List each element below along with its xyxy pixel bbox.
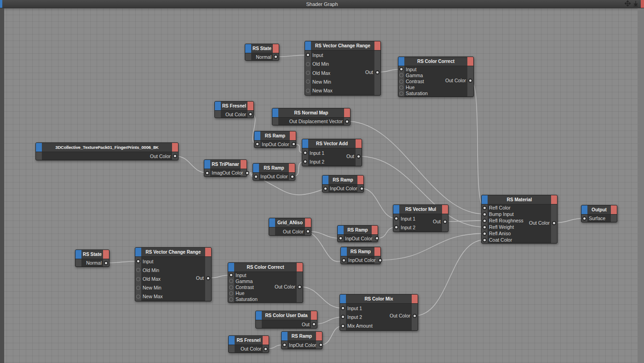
node-collapse-tab[interactable] xyxy=(253,164,259,172)
titlebar[interactable]: Shader Graph xyxy=(0,0,644,8)
node-collapse-tab[interactable] xyxy=(75,250,81,259)
node-collapse-tab[interactable] xyxy=(398,57,404,66)
output-port-Out Color[interactable] xyxy=(378,258,382,262)
move-icon[interactable] xyxy=(625,0,631,6)
output-port-Out Color[interactable] xyxy=(292,142,296,146)
node-collapse-tab[interactable] xyxy=(338,226,344,234)
node-preview-tab[interactable] xyxy=(374,247,380,256)
node-preview-tab[interactable] xyxy=(247,102,253,110)
import-icon[interactable] xyxy=(633,0,638,6)
input-port-Surface[interactable] xyxy=(582,216,586,221)
input-port-Input 1[interactable] xyxy=(394,216,398,221)
node-preview-tab[interactable] xyxy=(290,131,296,140)
node-collapse-tab[interactable] xyxy=(245,44,251,53)
output-port-Out Displacement Vector[interactable] xyxy=(345,119,349,124)
node-preview-tab[interactable] xyxy=(273,44,279,53)
output-port-Out[interactable] xyxy=(312,322,316,326)
node-collapse-tab[interactable] xyxy=(302,139,308,148)
input-port-Imag[interactable] xyxy=(205,171,209,175)
node-preview-tab[interactable] xyxy=(316,332,322,340)
input-port-New Max[interactable] xyxy=(136,295,140,299)
input-port-Old Min[interactable] xyxy=(306,62,310,66)
node-preview-tab[interactable] xyxy=(103,250,109,259)
node-preview-tab[interactable] xyxy=(205,248,211,256)
node-ramp1[interactable]: RS RampInpOut Color xyxy=(254,131,296,148)
input-port-Mix Amount[interactable] xyxy=(341,324,345,328)
input-port-Contrast[interactable] xyxy=(399,79,403,84)
input-port-Saturation[interactable] xyxy=(399,91,403,96)
node-fresnel-top[interactable]: RS FresnelOut Color xyxy=(214,101,254,118)
input-port-New Min[interactable] xyxy=(136,286,140,290)
node-collapse-tab[interactable] xyxy=(322,176,328,184)
input-port-Hue[interactable] xyxy=(399,85,403,90)
input-port-Gamma[interactable] xyxy=(229,279,233,283)
node-vector-add[interactable]: OutRS Vector AddInput 1Input 2 xyxy=(302,139,362,166)
node-collapse-tab[interactable] xyxy=(269,218,275,227)
node-collapse-tab[interactable] xyxy=(482,195,488,204)
input-port-Old Max[interactable] xyxy=(306,71,310,75)
node-material[interactable]: Out ColorRS MaterialRefl ColorBump Input… xyxy=(481,195,558,244)
input-port-Saturation[interactable] xyxy=(229,297,233,301)
node-ramp5[interactable]: RS RampInpOut Color xyxy=(340,247,381,264)
node-preview-tab[interactable] xyxy=(172,143,178,152)
node-preview-tab[interactable] xyxy=(305,218,311,227)
node-collapse-tab[interactable] xyxy=(254,131,260,140)
output-port-Out Color[interactable] xyxy=(375,236,379,240)
node-tex[interactable]: 3DCollective_TexturePack01_FingerPrints_… xyxy=(35,142,178,160)
node-preview-tab[interactable] xyxy=(297,263,303,272)
input-port-New Min[interactable] xyxy=(306,79,310,84)
node-preview-tab[interactable] xyxy=(289,164,295,172)
input-port-Contrast[interactable] xyxy=(229,285,233,289)
node-collapse-tab[interactable] xyxy=(215,102,221,110)
node-cc-top[interactable]: Out ColorRS Color CorrectInputGammaContr… xyxy=(398,57,474,97)
node-ramp4[interactable]: RS RampInpOut Color xyxy=(337,225,378,242)
node-ramp2[interactable]: RS RampInpOut Color xyxy=(253,163,295,181)
node-preview-tab[interactable] xyxy=(551,195,557,204)
input-port-Inp[interactable] xyxy=(282,343,287,347)
input-port-Old Max[interactable] xyxy=(136,277,140,281)
output-port-Out Color[interactable] xyxy=(290,175,294,179)
node-ramp6[interactable]: RS RampInpOut Color xyxy=(281,331,322,349)
input-port-Inp[interactable] xyxy=(342,258,346,262)
node-collapse-tab[interactable] xyxy=(393,205,399,214)
node-preview-tab[interactable] xyxy=(311,311,317,320)
input-port-Inp[interactable] xyxy=(323,187,328,191)
input-port-Refl Weight[interactable] xyxy=(483,225,487,229)
input-port-Inp[interactable] xyxy=(339,236,343,240)
node-collapse-tab[interactable] xyxy=(204,160,210,169)
node-vcr-top[interactable]: OutRS Vector Change RangeInputOld MinOld… xyxy=(305,41,381,96)
output-port-Out Color[interactable] xyxy=(319,343,323,347)
node-preview-tab[interactable] xyxy=(357,176,363,184)
input-port-Input[interactable] xyxy=(229,273,233,277)
node-preview-tab[interactable] xyxy=(467,57,473,66)
input-port-Gamma[interactable] xyxy=(399,73,403,77)
input-port-Refl Roughness[interactable] xyxy=(483,219,487,223)
node-fresnel-bottom[interactable]: RS FresnelOut Color xyxy=(228,335,269,353)
node-collapse-tab[interactable] xyxy=(256,311,262,320)
input-port-Refl Aniso[interactable] xyxy=(483,232,487,236)
node-preview-tab[interactable] xyxy=(344,108,350,117)
node-collapse-tab[interactable] xyxy=(229,336,235,345)
node-preview-tab[interactable] xyxy=(372,226,378,234)
node-vcr-bottom[interactable]: OutRS Vector Change RangeInputOld MinOld… xyxy=(135,247,212,301)
node-ramp3[interactable]: RS RampInpOut Color xyxy=(322,175,364,193)
input-port-Refl Color[interactable] xyxy=(483,206,487,210)
node-preview-tab[interactable] xyxy=(356,139,362,148)
input-port-Coat Color[interactable] xyxy=(483,238,487,242)
input-port-New Max[interactable] xyxy=(306,89,310,93)
node-preview-tab[interactable] xyxy=(374,41,380,50)
node-vector-mul[interactable]: OutRS Vector MulInput 1Input 2 xyxy=(393,204,448,232)
node-normal-map[interactable]: RS Normal MapOut Displacement Vector xyxy=(272,108,351,125)
input-port-Input[interactable] xyxy=(306,53,310,57)
output-port-Out Color[interactable] xyxy=(248,112,253,116)
output-port-Out Color[interactable] xyxy=(360,187,364,191)
node-state-top[interactable]: RS StateNormal xyxy=(245,44,279,61)
node-preview-tab[interactable] xyxy=(412,295,418,303)
node-collapse-tab[interactable] xyxy=(305,41,311,50)
node-collapse-tab[interactable] xyxy=(135,248,141,256)
node-output[interactable]: OutputSurface xyxy=(581,205,617,222)
node-state-bottom[interactable]: RS StateNormal xyxy=(75,250,109,267)
input-port-Inp[interactable] xyxy=(254,175,258,179)
input-port-Inp[interactable] xyxy=(255,142,259,146)
node-collapse-tab[interactable] xyxy=(228,263,234,272)
